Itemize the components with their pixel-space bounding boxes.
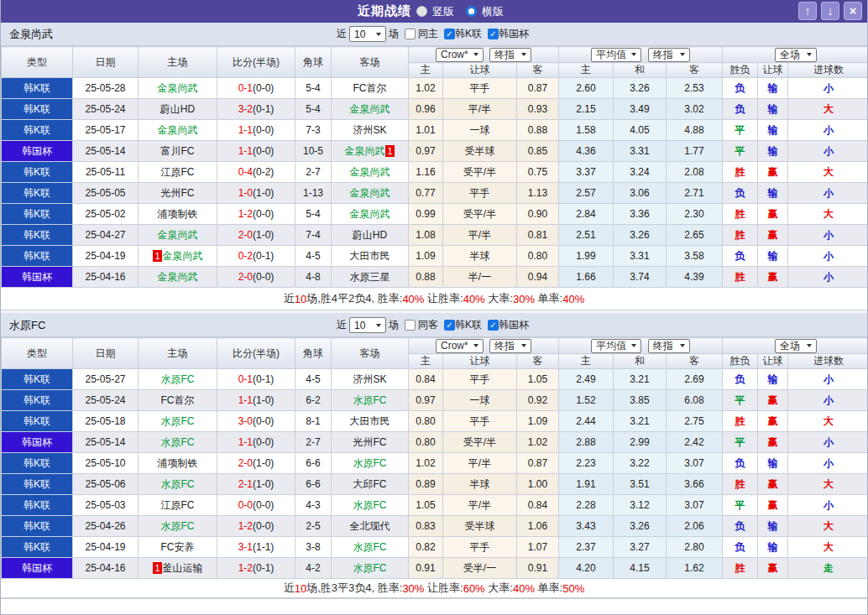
final-average-select[interactable]: 终指 [648,48,690,62]
result-wdl-cell: 胜 [723,204,758,225]
final-odds-select[interactable]: 终指 [489,48,531,62]
away-team-cell: 金泉尚武 [332,204,409,225]
col-corner: 角球 [295,338,332,369]
result-wdl-cell: 负 [723,78,758,99]
match-row: 韩国杯25-04-16金泉尚武2-0(0-0)4-8水原三星0.88半/一0.9… [2,267,868,288]
summary-segment: 10 [295,293,306,305]
fullmatch-select[interactable]: 全场 [775,48,817,62]
final-odds-select[interactable]: 终指 [489,339,531,353]
same-away-checkbox[interactable]: 同客 [401,318,438,332]
odds-away-cell: 0.88 [517,120,559,141]
games-count-select[interactable]: 10 [349,317,386,333]
team1-name: 金泉尚武 [9,27,53,42]
match-row: 韩K联25-05-28金泉尚武0-1(0-0)5-4FC首尔1.02平手0.87… [2,78,868,99]
koreacup-checkbox[interactable]: ✓韩国杯 [484,318,529,332]
final-average-select[interactable]: 终指 [648,339,690,353]
league-cell: 韩K联 [2,537,73,558]
avg-home-cell: 3.43 [559,516,614,537]
odds-away-cell: 0.87 [517,453,559,474]
odds-handicap-cell: 半球 [443,246,517,267]
corner-cell: 6-6 [295,474,332,495]
result-goals-cell: 小 [788,369,868,390]
chevron-down-icon [521,344,526,347]
score-cell: 1-2(0-1) [217,558,295,579]
date-cell: 25-04-26 [73,516,139,537]
odds-home-cell: 1.09 [409,246,443,267]
koreacup-checkbox[interactable]: ✓韩国杯 [484,27,529,41]
home-team-cell: 江原FC [139,495,217,516]
score-cell: 2-0(0-0) [217,267,295,288]
score-cell: 1-1(0-0) [217,141,295,162]
odds-away-cell: 1.07 [517,537,559,558]
avg-home-cell: 1.58 [559,120,614,141]
average-select[interactable]: 平均值 [591,48,641,62]
league-cell: 韩国杯 [2,558,73,579]
col-date: 日期 [73,338,139,369]
score-cell: 3-2(0-1) [217,99,295,120]
summary-segment: 30% [402,582,424,595]
league-cell: 韩国杯 [2,267,73,288]
date-cell: 25-04-27 [73,225,139,246]
result-goals-cell: 大 [788,99,868,120]
away-team-cell: 水原FC [332,495,409,516]
away-team-cell: 济州SK [332,369,409,390]
fullmatch-select[interactable]: 全场 [775,339,817,353]
league-cell: 韩国杯 [2,432,73,453]
odds-handicap-cell: 受半球 [443,516,517,537]
league-cell: 韩K联 [2,99,73,120]
same-home-checkbox[interactable]: 同主 [401,27,438,41]
away-team-cell: 金泉尚武 [332,162,409,183]
vertical-layout-radio[interactable] [416,6,427,17]
corner-cell: 2-7 [295,432,332,453]
avg-away-cell: 2.06 [667,516,723,537]
bookmaker-select[interactable]: Crow* [436,48,484,62]
result-goals-cell: 小 [788,141,868,162]
move-down-button[interactable]: ↓ [821,2,839,20]
result-goals-cell: 小 [788,432,868,453]
home-team-cell: 金泉尚武 [139,120,217,141]
odds-away-cell: 0.93 [517,99,559,120]
bookmaker-select[interactable]: Crow* [436,339,484,353]
result-handicap-cell: 赢 [758,225,788,246]
odds-away-cell: 1.05 [517,369,559,390]
summary-segment: 40% [402,293,424,305]
kleague-checkbox[interactable]: ✓韩K联 [441,27,482,41]
odds-away-cell: 1.06 [517,516,559,537]
odds-away-cell: 0.80 [517,246,559,267]
checkbox-icon [405,29,416,39]
odds-handicap-cell: 平/半 [443,453,517,474]
avg-away-cell: 2.80 [667,537,723,558]
result-wdl-cell: 平 [723,390,758,411]
odds-away-cell: 0.84 [517,495,559,516]
avg-home-cell: 2.44 [559,411,614,432]
close-button[interactable]: × [844,2,862,20]
odds-home-cell: 0.77 [409,183,443,204]
horizontal-layout-radio[interactable] [466,6,477,17]
date-cell: 25-04-16 [73,267,139,288]
result-wdl-cell: 平 [723,141,758,162]
avg-away-cell: 3.07 [667,453,723,474]
match-row: 韩K联25-05-24蔚山HD3-2(0-1)5-4金泉尚武0.96平/半0.9… [2,99,868,120]
avg-home-cell: 2.15 [559,99,614,120]
checkbox-checked-icon: ✓ [444,320,455,331]
move-up-button[interactable]: ↑ [798,2,817,20]
match-row: 韩K联25-04-27金泉尚武2-0(1-0)7-4蔚山HD1.08平/半0.8… [2,225,868,246]
avg-home-cell: 2.57 [559,183,614,204]
games-count-select[interactable]: 10 [349,26,386,42]
average-select[interactable]: 平均值 [591,339,641,353]
result-handicap-cell: 赢 [758,204,788,225]
avg-away-cell: 3.58 [667,246,723,267]
kleague-checkbox[interactable]: ✓韩K联 [441,318,482,332]
home-team-cell: 1釜山运输 [139,558,217,579]
match-row: 韩K联25-05-10浦项制铁2-0(1-0)6-6水原FC1.02平/半0.8… [2,453,868,474]
result-goals-cell: 大 [788,204,868,225]
avg-draw-cell: 3.12 [614,495,667,516]
home-team-cell: 浦项制铁 [139,204,217,225]
avg-draw-cell: 3.06 [614,183,667,204]
odds-away-cell: 0.75 [517,162,559,183]
avg-away-cell: 3.66 [667,474,723,495]
odds-handicap-cell: 受平/半 [443,162,517,183]
odds-away-cell: 0.92 [517,390,559,411]
summary-segment: 40% [513,582,535,595]
odds-home-cell: 0.84 [409,369,443,390]
